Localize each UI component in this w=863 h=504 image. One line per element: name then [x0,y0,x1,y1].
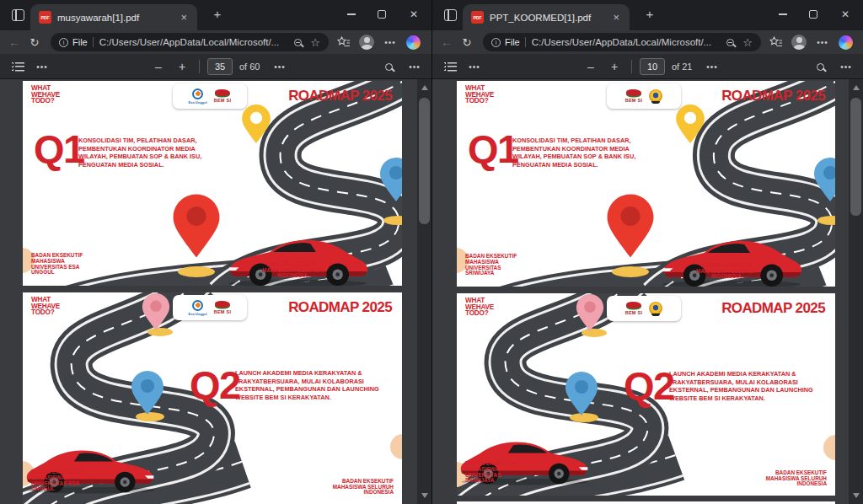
toolbar-more-right-icon[interactable]: ••• [838,54,855,79]
pdf-page-q2: WHAT WEHAVE TODO? Esa Unggul BEM SI ROAD… [23,292,402,504]
close-window-button[interactable]: ✕ [399,0,428,29]
url-text[interactable]: C:/Users/User/AppData/Local/Microsoft/..… [99,37,288,47]
vertical-scrollbar[interactable] [417,79,432,504]
file-scheme-label: File [72,37,88,47]
scroll-down-icon[interactable] [421,493,428,498]
zoom-in-button[interactable]: + [606,54,623,79]
tab-musyawarah[interactable]: PDF musyawarah[1].pdf × [30,4,197,30]
logo-card: Esa Unggul BEM SI [173,83,247,109]
navbar: ← ↻ i File C:/Users/User/AppData/Local/M… [0,30,432,54]
favorites-bar-icon[interactable] [766,30,786,54]
footer-left: BADAN EKSEKUTIF MAHASISWA UNIVERSITAS SR… [465,254,517,276]
yellow-map-pin [675,104,705,144]
browser-window-left: PDF musyawarah[1].pdf × + ✕ ← ↻ i File C… [0,0,432,504]
new-tab-button[interactable]: + [641,7,658,21]
toc-icon[interactable] [8,54,27,79]
scroll-down-icon[interactable] [853,493,860,498]
refresh-button[interactable]: ↻ [25,30,44,54]
refresh-button[interactable]: ↻ [458,30,476,54]
maximize-button[interactable] [799,0,828,29]
zoom-out-button[interactable]: – [582,54,599,79]
search-icon[interactable] [379,54,398,79]
profile-avatar[interactable] [791,35,807,50]
footer-right: BADAN EKSEKUTIF MAHASISWA SELURUH INDONE… [672,263,781,280]
vertical-scrollbar[interactable] [849,79,863,504]
q2-label: Q2 [624,366,674,405]
back-button[interactable]: ← [437,30,456,54]
titlebar: PDF PPT_KOORMED[1].pdf × + ✕ [432,0,863,30]
tab-close-icon[interactable]: × [609,11,623,24]
esa-unggul-logo-icon [192,300,203,311]
toc-glyph [444,62,457,72]
page-options-icon[interactable]: ••• [271,54,288,79]
scroll-up-icon[interactable] [421,85,428,90]
tab-ppt-koormed[interactable]: PDF PPT_KOORMED[1].pdf × [463,4,630,30]
toolbar-more-left-icon[interactable]: ••• [34,54,51,79]
pink-map-pin [576,293,604,332]
search-icon[interactable] [811,54,829,79]
blue-map-pin [131,370,164,416]
copilot-icon[interactable] [406,35,421,50]
esa-unggul-logo-label: Esa Unggul [189,312,207,316]
favorite-star-icon[interactable]: ☆ [742,36,753,49]
address-divider [93,37,94,47]
address-bar[interactable]: i File C:/Users/User/AppData/Local/Micro… [483,33,761,51]
zoom-indicator-icon[interactable] [726,39,734,46]
tab-layout-icon[interactable] [12,9,24,21]
browser-menu-icon[interactable]: ••• [381,30,399,54]
q1-text: KONSOLIDASI TIM, PELATIHAN DASAR, PEMBEN… [512,137,657,169]
toolbar-more-left-icon[interactable]: ••• [466,54,483,79]
logo-card: BEM SI [607,296,681,321]
titlebar: PDF musyawarah[1].pdf × + ✕ [0,0,432,30]
page-number-input[interactable] [640,58,665,75]
minimize-button[interactable] [769,0,797,29]
zoom-out-button[interactable]: – [150,54,167,79]
address-bar[interactable]: i File C:/Users/User/AppData/Local/Micro… [51,33,329,51]
info-icon[interactable]: i [59,38,68,47]
tab-layout-icon[interactable] [444,9,457,21]
pin-base-ellipse [612,266,649,277]
info-icon[interactable]: i [491,38,501,47]
toc-icon[interactable] [441,54,459,79]
toolbar-divider [199,60,200,73]
scrollbar-thumb[interactable] [850,98,861,216]
slide-heading: WHAT WEHAVE TODO? [465,85,494,105]
toolbar-more-right-icon[interactable]: ••• [406,54,423,79]
footer-left: BADAN EKSEKUTIF MAHASISWA UNIVERSITAS SR… [465,461,517,484]
scroll-up-icon[interactable] [853,85,860,90]
close-window-button[interactable]: ✕ [831,0,860,29]
favorites-bar-icon[interactable] [334,30,354,54]
bem-si-logo: BEM SI [214,301,232,314]
yellow-map-pin [241,104,271,144]
scrollbar-thumb[interactable] [419,98,430,224]
zoom-in-button[interactable]: + [174,54,190,79]
minimize-icon [347,13,356,14]
back-button[interactable]: ← [5,30,24,54]
q1-label: Q1 [34,129,84,169]
profile-avatar[interactable] [359,35,374,50]
new-tab-button[interactable]: + [209,7,226,21]
url-text[interactable]: C:/Users/User/AppData/Local/Microsoft/..… [532,37,721,47]
q1-label: Q1 [468,129,518,169]
slide-heading: WHAT WEHAVE TODO? [465,298,494,317]
unsri-logo [649,89,662,103]
red-map-pin [172,193,221,259]
minimize-button[interactable] [337,0,366,29]
page-total-label: of 60 [239,54,260,79]
favorite-star-icon[interactable]: ☆ [310,36,320,49]
red-map-pin [606,193,655,259]
pink-map-pin [142,292,170,331]
bem-si-logo-label: BEM SI [625,310,643,315]
tab-close-icon[interactable]: × [177,11,190,24]
browser-menu-icon[interactable]: ••• [813,30,832,54]
pdf-viewer[interactable]: WHAT WEHAVE TODO? BEM SI ROADMAP 2025 Q1… [432,79,863,504]
pdf-favicon: PDF [471,11,484,24]
pdf-viewer[interactable]: WHAT WEHAVE TODO? Esa Unggul BEM SI ROAD… [0,79,432,504]
slide-heading: WHAT WEHAVE TODO? [31,85,60,105]
page-options-icon[interactable]: ••• [704,54,721,79]
slide-title: ROADMAP 2025 [288,299,392,316]
maximize-button[interactable] [367,0,396,29]
copilot-icon[interactable] [839,35,853,50]
page-number-input[interactable] [207,58,233,75]
zoom-indicator-icon[interactable] [294,39,302,46]
